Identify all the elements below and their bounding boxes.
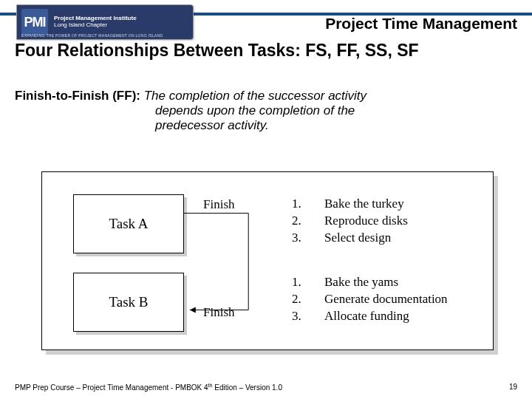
list-item: 3.Select design (292, 230, 408, 247)
def-line2: depends upon the completion of the (155, 103, 517, 118)
list-b: 1.Bake the yams 2.Generate documentation… (292, 274, 448, 325)
finish-label-top: Finish (203, 197, 235, 212)
list-item: 1.Bake the turkey (292, 196, 408, 213)
page-number: 19 (509, 383, 517, 392)
list-item: 1.Bake the yams (292, 274, 448, 291)
task-a-label: Task A (109, 216, 148, 232)
diagram: Task A Task B Finish Finish 1.Bake the t… (41, 171, 494, 350)
header-title: Project Time Management (325, 15, 517, 33)
task-b-label: Task B (109, 294, 148, 310)
task-b-box: Task B (73, 273, 184, 332)
footer-text: PMP Prep Course – Project Time Managemen… (15, 383, 282, 392)
def-line3: predecessor activity. (155, 118, 517, 133)
logo: PMI Project Management Institute Long Is… (16, 4, 194, 40)
footer: PMP Prep Course – Project Time Managemen… (15, 383, 517, 392)
logo-tagline: EXPANDING THE POWER OF PROJECT MANAGEMEN… (21, 33, 190, 38)
slide-title: Four Relationships Between Tasks: FS, FF… (15, 41, 517, 61)
diagram-container: Task A Task B Finish Finish 1.Bake the t… (41, 171, 494, 350)
logo-text: Project Management Institute Long Island… (54, 16, 137, 29)
finish-label-bot: Finish (203, 305, 235, 320)
def-line1: The completion of the successor activity (140, 89, 366, 103)
def-label: Finish-to-Finish (FF): (15, 89, 140, 103)
logo-line2: Long Island Chapter (54, 22, 137, 29)
list-item: 3.Allocate funding (292, 308, 448, 325)
list-item: 2.Reproduce disks (292, 213, 408, 230)
list-item: 2.Generate documentation (292, 291, 448, 308)
task-a-box: Task A (73, 194, 184, 253)
logo-abbrev: PMI (21, 9, 48, 35)
svg-marker-3 (190, 307, 196, 313)
definition-text: Finish-to-Finish (FF): The completion of… (15, 89, 517, 133)
list-a: 1.Bake the turkey 2.Reproduce disks 3.Se… (292, 196, 408, 247)
